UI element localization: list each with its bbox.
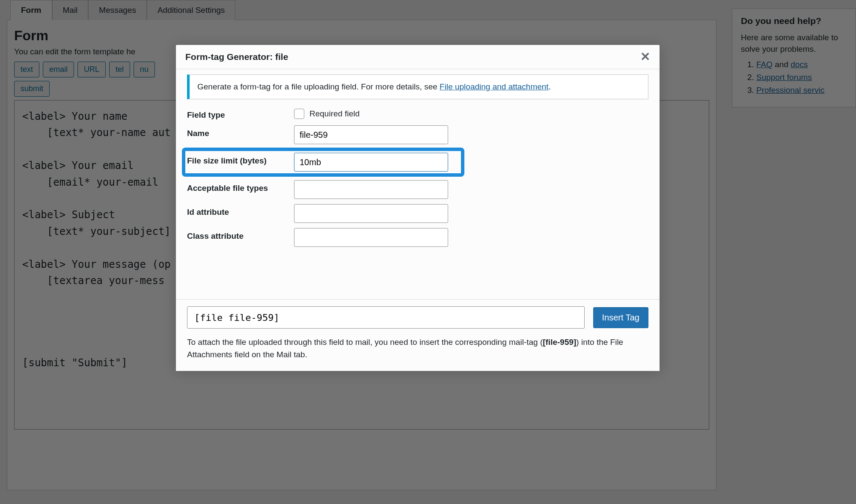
footnote-mailtag: [file-959]	[543, 338, 576, 347]
required-checkbox-label: Required field	[309, 109, 360, 119]
name-label: Name	[187, 125, 294, 139]
modal-footnote: To attach the file uploaded through this…	[187, 336, 648, 361]
acceptable-types-label: Acceptable file types	[187, 180, 294, 194]
insert-tag-button[interactable]: Insert Tag	[593, 307, 648, 328]
file-size-highlight: File size limit (bytes)	[182, 148, 464, 177]
file-size-label: File size limit (bytes)	[187, 153, 294, 166]
notice-link-file-uploading[interactable]: File uploading and attachment	[440, 82, 549, 91]
modal-notice: Generate a form-tag for a file uploading…	[187, 74, 648, 99]
generated-tag-output[interactable]	[187, 306, 585, 329]
acceptable-types-input[interactable]	[294, 180, 448, 199]
file-size-input[interactable]	[294, 153, 448, 172]
modal-title: Form-tag Generator: file	[185, 52, 288, 62]
id-attribute-label: Id attribute	[187, 204, 294, 218]
field-type-label: Field type	[187, 107, 294, 121]
close-icon[interactable]: ✕	[640, 51, 650, 63]
form-tag-generator-modal: Form-tag Generator: file ✕ Generate a fo…	[176, 45, 660, 371]
name-input[interactable]	[294, 125, 448, 144]
id-attribute-input[interactable]	[294, 204, 448, 223]
class-attribute-label: Class attribute	[187, 228, 294, 242]
required-checkbox[interactable]	[294, 109, 304, 119]
class-attribute-input[interactable]	[294, 228, 448, 247]
